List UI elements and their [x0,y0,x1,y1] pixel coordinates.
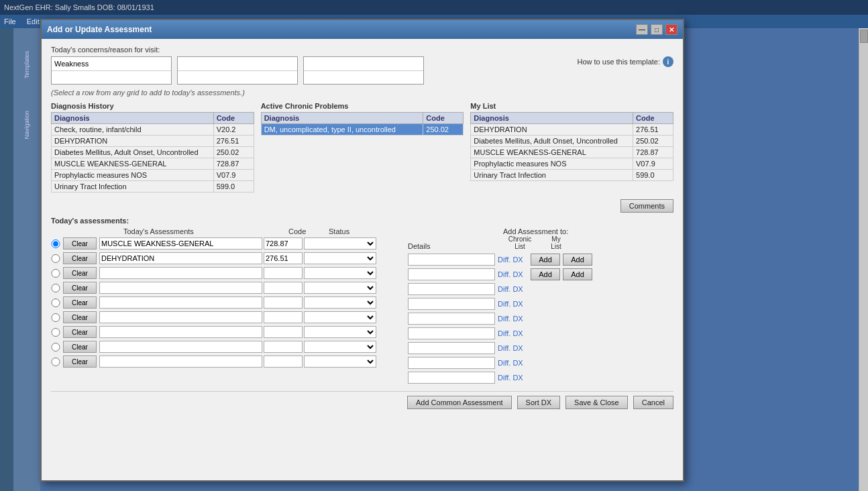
clear-button-0[interactable]: Clear [63,237,97,250]
detail-input-3[interactable] [408,298,495,310]
assess-code-field-1[interactable] [264,252,303,264]
save-close-button[interactable]: Save & Close [565,396,628,409]
detail-input-5[interactable] [408,327,495,339]
add-common-assessment-button[interactable]: Add Common Assessment [407,396,512,409]
assess-status-field-8[interactable] [304,356,376,368]
ac-col-diagnosis: Diagnosis [261,113,423,124]
assess-radio-1[interactable] [51,254,60,263]
sidebar-templates[interactable]: Templates [21,48,33,81]
clear-button-1[interactable]: Clear [63,252,97,264]
table-row[interactable]: Diabetes Mellitus, Adult Onset, Uncontro… [52,147,254,158]
maximize-button[interactable]: □ [651,24,663,35]
table-row[interactable]: MUSCLE WEAKNESS-GENERAL728.87 [52,158,254,170]
diff-dx-link-1[interactable]: Diff. DX [498,270,528,278]
assess-status-field-1[interactable] [304,252,376,264]
detail-input-0[interactable] [408,254,495,266]
assess-name-field-1[interactable] [99,252,262,264]
detail-input-4[interactable] [408,313,495,325]
cancel-button[interactable]: Cancel [633,396,673,409]
menu-edit[interactable]: Edit [27,17,40,25]
detail-input-6[interactable] [408,342,495,354]
assess-radio-8[interactable] [51,358,60,366]
assess-status-field-5[interactable] [304,311,376,323]
assess-status-field-3[interactable] [304,282,376,294]
add-mylist-btn-0[interactable]: Add [563,254,592,266]
table-row[interactable]: DEHYDRATION276.51 [52,135,254,147]
assess-row: Clear [51,311,402,324]
clear-button-8[interactable]: Clear [63,356,97,368]
diff-dx-link-0[interactable]: Diff. DX [498,256,528,264]
diff-dx-link-8[interactable]: Diff. DX [498,374,528,382]
assess-radio-2[interactable] [51,269,60,278]
detail-row-1: Diff. DXAddAdd [408,268,592,281]
detail-input-1[interactable] [408,268,495,280]
concern-field-2[interactable] [178,57,297,70]
assess-code-field-3[interactable] [264,282,303,294]
diff-dx-link-3[interactable]: Diff. DX [498,300,528,308]
assess-name-field-2[interactable] [99,267,262,279]
diff-dx-link-2[interactable]: Diff. DX [498,285,528,293]
table-row[interactable]: Urinary Tract Infection599.0 [52,181,254,193]
assess-radio-0[interactable] [51,239,60,248]
detail-input-7[interactable] [408,357,495,369]
assess-code-field-8[interactable] [264,356,303,368]
assess-name-field-3[interactable] [99,282,262,294]
assess-radio-3[interactable] [51,284,60,292]
add-chronic-btn-0[interactable]: Add [531,254,560,266]
table-row[interactable]: DEHYDRATION276.51 [471,124,673,135]
table-row[interactable]: Prophylactic measures NOSV07.9 [471,158,673,170]
assess-name-field-0[interactable] [99,237,262,250]
assess-status-field-2[interactable] [304,267,376,279]
assess-name-field-5[interactable] [99,311,262,323]
menu-file[interactable]: File [4,17,16,25]
clear-button-3[interactable]: Clear [63,282,97,294]
concern-field-3[interactable] [304,57,423,70]
assess-code-field-7[interactable] [264,341,303,353]
minimize-button[interactable]: — [636,24,648,35]
assess-name-field-6[interactable] [99,326,262,338]
assess-code-field-6[interactable] [264,326,303,338]
table-row[interactable]: Check, routine, infant/childV20.2 [52,124,254,135]
diff-dx-link-6[interactable]: Diff. DX [498,344,528,352]
concern-field-1[interactable] [52,57,171,70]
assess-col-name-header: Today's Assessments [123,227,288,235]
assess-code-field-4[interactable] [264,296,303,309]
clear-button-5[interactable]: Clear [63,311,97,323]
assess-status-field-4[interactable] [304,296,376,309]
detail-input-8[interactable] [408,372,495,384]
add-mylist-btn-1[interactable]: Add [563,268,592,280]
assess-radio-4[interactable] [51,298,60,307]
table-row[interactable]: MUSCLE WEAKNESS-GENERAL728.87 [471,147,673,158]
assess-status-field-0[interactable] [304,237,376,250]
detail-input-2[interactable] [408,283,495,295]
sidebar-navigation[interactable]: Navigation [21,108,33,142]
assess-radio-6[interactable] [51,328,60,337]
sort-dx-button[interactable]: Sort DX [517,396,561,409]
clear-button-6[interactable]: Clear [63,326,97,338]
add-chronic-btn-1[interactable]: Add [531,268,560,280]
diff-dx-link-4[interactable]: Diff. DX [498,315,528,323]
table-row[interactable]: DM, uncomplicated, type II, uncontrolled… [261,124,464,135]
table-row[interactable]: Diabetes Mellitus, Adult Onset, Uncontro… [471,135,673,147]
close-button[interactable]: ✕ [665,24,677,35]
table-row[interactable]: Urinary Tract Infection599.0 [471,170,673,181]
right-scrollbar[interactable] [859,28,868,491]
assess-radio-7[interactable] [51,343,60,351]
assess-name-field-4[interactable] [99,296,262,309]
assess-code-field-5[interactable] [264,311,303,323]
comments-button[interactable]: Comments [620,199,673,213]
assess-code-field-2[interactable] [264,267,303,279]
clear-button-4[interactable]: Clear [63,296,97,309]
assess-status-field-7[interactable] [304,341,376,353]
assess-radio-5[interactable] [51,313,60,322]
clear-button-7[interactable]: Clear [63,341,97,353]
assess-code-field-0[interactable] [264,237,303,250]
assess-name-field-7[interactable] [99,341,262,353]
diff-dx-link-5[interactable]: Diff. DX [498,329,528,337]
clear-button-2[interactable]: Clear [63,267,97,279]
assess-status-field-6[interactable] [304,326,376,338]
table-row[interactable]: Prophylactic measures NOSV07.9 [52,170,254,181]
assess-name-field-8[interactable] [99,356,262,368]
info-icon[interactable]: i [663,56,673,67]
diff-dx-link-7[interactable]: Diff. DX [498,359,528,367]
